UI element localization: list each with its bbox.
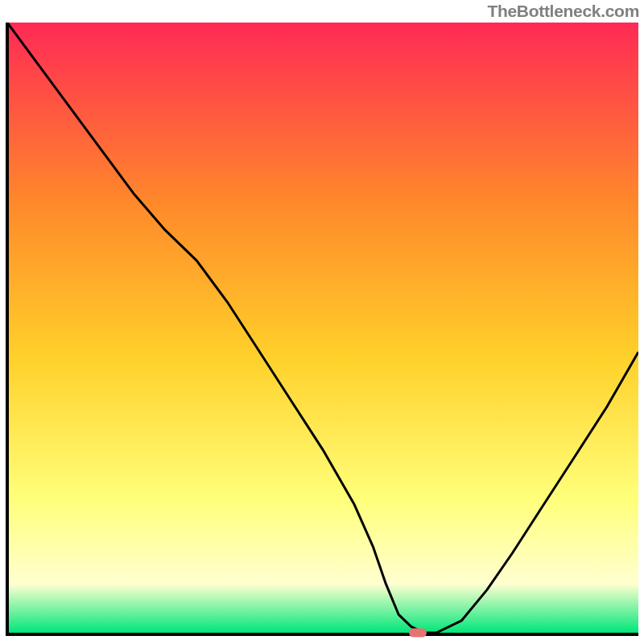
watermark-text: TheBottleneck.com (487, 2, 639, 21)
optimal-marker (409, 629, 427, 638)
chart-frame: TheBottleneck.com (0, 0, 644, 644)
gradient-background (7, 23, 638, 633)
plot-area (6, 23, 638, 636)
plot-svg (6, 23, 638, 636)
